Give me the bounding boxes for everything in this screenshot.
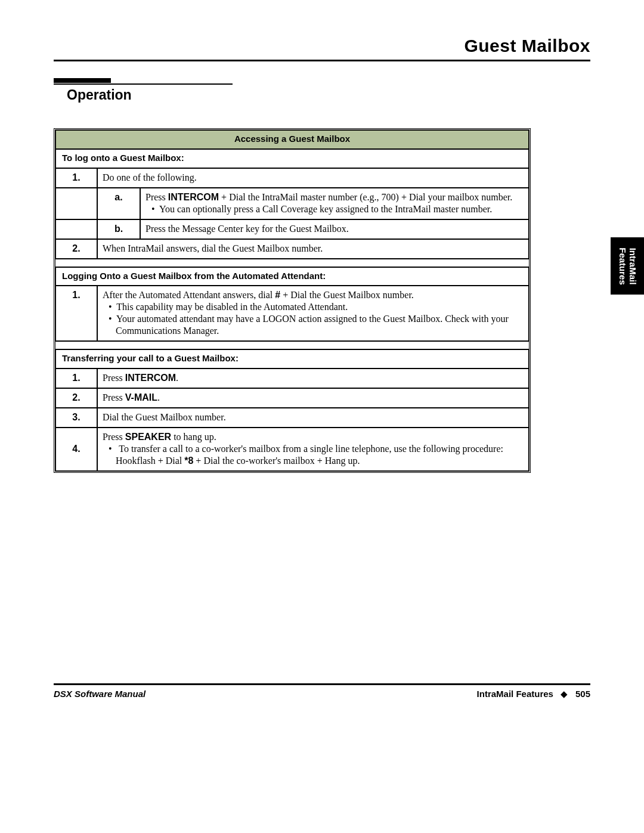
table-row: 1. After the Automated Attendant answers… (55, 286, 529, 341)
text-part: After the Automated Attendant answers, d… (103, 290, 275, 300)
step-text: Press V-MAIL. (97, 388, 529, 408)
step-number: 1. (55, 286, 97, 341)
step-number: 1. (55, 168, 97, 188)
text-part: to hang up. (171, 432, 216, 442)
table-row: a. Press INTERCOM + Dial the IntraMail m… (55, 188, 529, 219)
section-heading: Operation (67, 87, 590, 103)
page-content: Guest Mailbox Operation Accessing a Gues… (54, 36, 590, 473)
text-part: + Dial the Guest Mailbox number. (280, 290, 414, 300)
page-footer: DSX Software Manual IntraMail Features ◆… (54, 683, 590, 699)
keyword-intercom: INTERCOM (168, 192, 219, 202)
footer-left: DSX Software Manual (54, 689, 145, 699)
step-number: 3. (55, 408, 97, 428)
text-part: . (157, 392, 160, 402)
substep-letter: b. (97, 219, 140, 239)
step-number: 2. (55, 388, 97, 408)
subhead-transfer: Transferring your call to a Guest Mailbo… (55, 349, 529, 368)
text-part: Press (103, 373, 125, 383)
subhead-text: Logging Onto a Guest Mailbox from the Au… (55, 267, 529, 286)
footer-row: DSX Software Manual IntraMail Features ◆… (54, 689, 590, 699)
step-number: 2. (55, 239, 97, 259)
spacer-row (55, 259, 529, 267)
keyword-speaker: SPEAKER (125, 432, 171, 442)
subhead-text: Transferring your call to a Guest Mailbo… (55, 349, 529, 368)
keyword-vmail: V-MAIL (125, 392, 157, 402)
table-title: Accessing a Guest Mailbox (55, 130, 529, 149)
text-part: Press (103, 432, 125, 442)
step-text: Press SPEAKER to hang up. To transfer a … (97, 428, 529, 471)
subhead-auto-attendant: Logging Onto a Guest Mailbox from the Au… (55, 267, 529, 286)
step-text: When IntraMail answers, dial the Guest M… (97, 239, 529, 259)
step-number-empty (55, 188, 97, 219)
side-tab-line2: Features (618, 247, 628, 285)
substep-text: Press the Message Center key for the Gue… (140, 219, 529, 239)
bullet-item: This capability may be disabled in the A… (116, 301, 524, 313)
bullet-item: To transfer a call to a co-worker's mail… (116, 443, 524, 467)
spacer-row (55, 341, 529, 349)
step-text: Press INTERCOM. (97, 368, 529, 388)
step-text: After the Automated Attendant answers, d… (97, 286, 529, 341)
diamond-icon: ◆ (561, 689, 568, 699)
text-part: . (176, 373, 178, 383)
table-row: b. Press the Message Center key for the … (55, 219, 529, 239)
text-part: + Dial the co-worker's mailbox + Hang up… (193, 456, 360, 466)
header-rule (54, 60, 590, 61)
footer-rule (54, 683, 590, 685)
table-row: 2. When IntraMail answers, dial the Gues… (55, 239, 529, 259)
table-row: 2. Press V-MAIL. (55, 388, 529, 408)
footer-section-label: IntraMail Features (477, 689, 553, 699)
text-part: Press (103, 392, 125, 402)
keyword-hash: # (275, 290, 280, 300)
step-text: Dial the Guest Mailbox number. (97, 408, 529, 428)
side-tab-line1: IntraMail (628, 247, 638, 284)
section-mark (54, 78, 111, 83)
subhead-logon-text: To log onto a Guest Mailbox: (55, 149, 529, 168)
side-tab-label: IntraMail Features (618, 247, 637, 285)
step-number-empty (55, 219, 97, 239)
keyword-star8: *8 (184, 456, 193, 466)
step-number: 1. (55, 368, 97, 388)
table-row: 3. Dial the Guest Mailbox number. (55, 408, 529, 428)
table-title-row: Accessing a Guest Mailbox (55, 130, 529, 149)
step-number: 4. (55, 428, 97, 471)
section-rule (54, 83, 233, 85)
table-row: 1. Press INTERCOM. (55, 368, 529, 388)
subhead-logon: To log onto a Guest Mailbox: (55, 149, 529, 168)
table-row: 4. Press SPEAKER to hang up. To transfer… (55, 428, 529, 471)
text-rest: + Dial the IntraMail master number (e.g.… (219, 192, 512, 202)
bullet-item: Your automated attendant may have a LOGO… (116, 313, 524, 337)
bullet-item: You can optionally press a Call Coverage… (159, 203, 524, 215)
footer-page-number: 505 (575, 689, 590, 699)
table-row: 1. Do one of the following. (55, 168, 529, 188)
text-prefix: Press (145, 192, 168, 202)
step-text: Do one of the following. (97, 168, 529, 188)
keyword-intercom: INTERCOM (125, 373, 176, 383)
side-tab: IntraMail Features (611, 237, 644, 295)
procedure-table: Accessing a Guest Mailbox To log onto a … (54, 128, 531, 473)
footer-right: IntraMail Features ◆ 505 (477, 689, 590, 699)
substep-text: Press INTERCOM + Dial the IntraMail mast… (140, 188, 529, 219)
substep-letter: a. (97, 188, 140, 219)
page-title: Guest Mailbox (54, 36, 590, 56)
